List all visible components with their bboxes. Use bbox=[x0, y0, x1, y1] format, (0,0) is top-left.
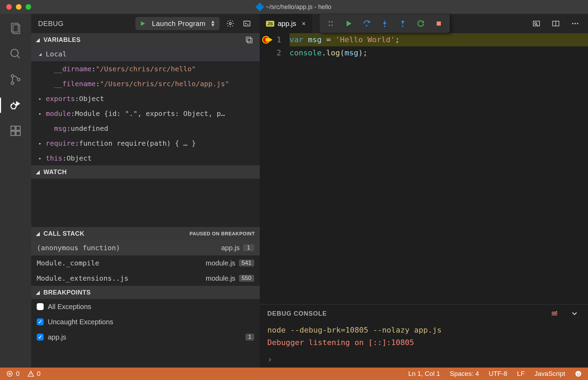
language-status[interactable]: JavaScript bbox=[534, 370, 565, 378]
svg-point-3 bbox=[11, 75, 14, 78]
breakpoint-gutter[interactable] bbox=[260, 37, 272, 43]
checkbox[interactable]: ✓ bbox=[37, 334, 44, 341]
svg-point-28 bbox=[577, 23, 578, 24]
checkbox[interactable] bbox=[37, 303, 44, 310]
svg-point-30 bbox=[576, 371, 581, 377]
svg-point-16 bbox=[331, 21, 333, 22]
variable-item[interactable]: ▸require: function require(path) { … } bbox=[31, 136, 260, 151]
debug-toolbar[interactable] bbox=[320, 14, 450, 33]
debug-console-title: DEBUG CONSOLE bbox=[267, 310, 327, 317]
vscode-icon bbox=[255, 2, 264, 11]
line-number: 2 bbox=[272, 46, 289, 60]
start-debug-button[interactable] bbox=[135, 17, 150, 30]
split-editor-button[interactable] bbox=[550, 18, 562, 29]
svg-rect-9 bbox=[16, 132, 20, 136]
chevron-right-icon: ▸ bbox=[37, 111, 44, 116]
scm-activity[interactable] bbox=[8, 72, 23, 87]
encoding-status[interactable]: UTF-8 bbox=[489, 370, 507, 378]
eol-status[interactable]: LF bbox=[517, 370, 525, 378]
debug-sidebar: DEBUG Launch Program ▲▼ ◢ VARIABLES bbox=[31, 14, 260, 368]
tab-label: app.js bbox=[278, 20, 296, 28]
variable-item[interactable]: __dirname: "/Users/chris/src/hello" bbox=[31, 61, 260, 76]
chevron-right-icon: ▸ bbox=[37, 96, 44, 101]
window-titlebar: ~/src/hello/app.js - hello bbox=[0, 0, 588, 14]
status-bar: 0 0 Ln 1, Col 1 Spaces: 4 UTF-8 LF JavaS… bbox=[0, 368, 588, 380]
stack-frame[interactable]: Module._extensions..js module.js 550 bbox=[31, 271, 260, 286]
breakpoint-item[interactable]: All Exceptions bbox=[31, 299, 260, 314]
chevron-right-icon: ▸ bbox=[37, 155, 44, 161]
watch-section-header[interactable]: ◢ WATCH bbox=[31, 165, 260, 179]
errors-status[interactable]: 0 bbox=[6, 370, 20, 378]
debug-console-header: DEBUG CONSOLE bbox=[260, 305, 588, 323]
close-traffic-light[interactable] bbox=[6, 4, 12, 10]
editor-tab[interactable]: JS app.js × bbox=[260, 14, 312, 33]
explorer-activity[interactable] bbox=[8, 21, 23, 36]
breakpoint-label: Uncaught Exceptions bbox=[48, 318, 113, 326]
variable-item[interactable]: __filename: "/Users/chris/src/hello/app.… bbox=[31, 76, 260, 91]
debug-activity[interactable] bbox=[0, 98, 31, 113]
continue-button[interactable] bbox=[344, 19, 354, 28]
maximize-traffic-light[interactable] bbox=[26, 4, 31, 10]
variable-item[interactable]: ▸this: Object bbox=[31, 151, 260, 165]
close-tab-button[interactable]: × bbox=[302, 20, 306, 28]
window-title-text: ~/src/hello/app.js - hello bbox=[266, 3, 331, 11]
svg-point-11 bbox=[229, 22, 231, 25]
variable-item[interactable]: msg: undefined bbox=[31, 121, 260, 136]
svg-point-19 bbox=[366, 25, 367, 26]
breakpoint-label: All Exceptions bbox=[48, 303, 91, 311]
breakpoints-header-label: BREAKPOINTS bbox=[44, 289, 91, 296]
code-editor[interactable]: 1 var msg = 'Hello World'; 2 console.log… bbox=[260, 33, 588, 60]
chevron-down-icon: ◢ bbox=[36, 37, 40, 43]
debug-console-input[interactable]: › bbox=[260, 352, 588, 368]
search-activity[interactable] bbox=[8, 46, 23, 62]
svg-point-20 bbox=[384, 26, 385, 27]
code-content: var msg = 'Hello World'; bbox=[289, 33, 588, 46]
collapse-panel-button[interactable] bbox=[569, 308, 580, 319]
step-into-button[interactable] bbox=[380, 19, 390, 28]
warnings-status[interactable]: 0 bbox=[27, 370, 41, 378]
errors-count: 0 bbox=[16, 370, 20, 378]
breakpoint-item[interactable]: ✓ Uncaught Exceptions bbox=[31, 314, 260, 329]
drag-handle-icon[interactable] bbox=[326, 19, 336, 28]
callstack-body: (anonymous function) app.js 1 Module._co… bbox=[31, 240, 260, 286]
svg-point-2 bbox=[11, 49, 18, 57]
breakpoints-body: All Exceptions ✓ Uncaught Exceptions ✓ a… bbox=[31, 299, 260, 345]
scope-local[interactable]: ◢ Local bbox=[31, 46, 260, 61]
code-line[interactable]: 1 var msg = 'Hello World'; bbox=[260, 33, 588, 46]
warnings-count: 0 bbox=[37, 370, 41, 378]
minimize-traffic-light[interactable] bbox=[16, 4, 21, 10]
callstack-section-header[interactable]: ◢ CALL STACK PAUSED ON BREAKPOINT bbox=[31, 227, 260, 240]
breakpoints-section-header[interactable]: ◢ BREAKPOINTS bbox=[31, 286, 260, 299]
breakpoint-item[interactable]: ✓ app.js 1 bbox=[31, 329, 260, 345]
step-out-button[interactable] bbox=[398, 19, 408, 28]
launch-config-selector[interactable]: Launch Program ▲▼ bbox=[135, 17, 220, 30]
split-preview-button[interactable] bbox=[531, 18, 542, 29]
clear-console-button[interactable] bbox=[549, 308, 560, 319]
cursor-position-status[interactable]: Ln 1, Col 1 bbox=[408, 370, 440, 378]
editor-blank-area[interactable] bbox=[260, 60, 588, 304]
step-over-button[interactable] bbox=[362, 19, 372, 28]
collapse-all-button[interactable] bbox=[243, 34, 255, 46]
variables-section-header[interactable]: ◢ VARIABLES bbox=[31, 33, 260, 46]
checkbox[interactable]: ✓ bbox=[37, 318, 44, 325]
svg-point-26 bbox=[572, 23, 573, 24]
debug-console-button[interactable] bbox=[241, 18, 253, 29]
debug-console-body: node --debug-brk=10805 --nolazy app.js D… bbox=[260, 323, 588, 352]
svg-rect-10 bbox=[16, 126, 20, 130]
code-line[interactable]: 2 console.log(msg); bbox=[260, 46, 588, 60]
chevron-down-icon: ◢ bbox=[36, 169, 40, 175]
variable-item[interactable]: ▸exports: Object bbox=[31, 91, 260, 106]
stack-frame[interactable]: (anonymous function) app.js 1 bbox=[31, 240, 260, 255]
variable-item[interactable]: ▸module: Module {id: ".", exports: Objec… bbox=[31, 106, 260, 121]
svg-point-18 bbox=[331, 25, 333, 26]
stop-button[interactable] bbox=[434, 19, 444, 28]
stack-frame[interactable]: Module._compile module.js 541 bbox=[31, 255, 260, 271]
restart-button[interactable] bbox=[416, 19, 426, 28]
extensions-activity[interactable] bbox=[8, 123, 23, 138]
indentation-status[interactable]: Spaces: 4 bbox=[450, 370, 479, 378]
more-actions-button[interactable] bbox=[569, 18, 581, 29]
feedback-button[interactable] bbox=[575, 370, 582, 377]
svg-rect-23 bbox=[533, 21, 540, 26]
callstack-header-label: CALL STACK bbox=[44, 230, 84, 237]
configure-launch-button[interactable] bbox=[224, 18, 236, 29]
